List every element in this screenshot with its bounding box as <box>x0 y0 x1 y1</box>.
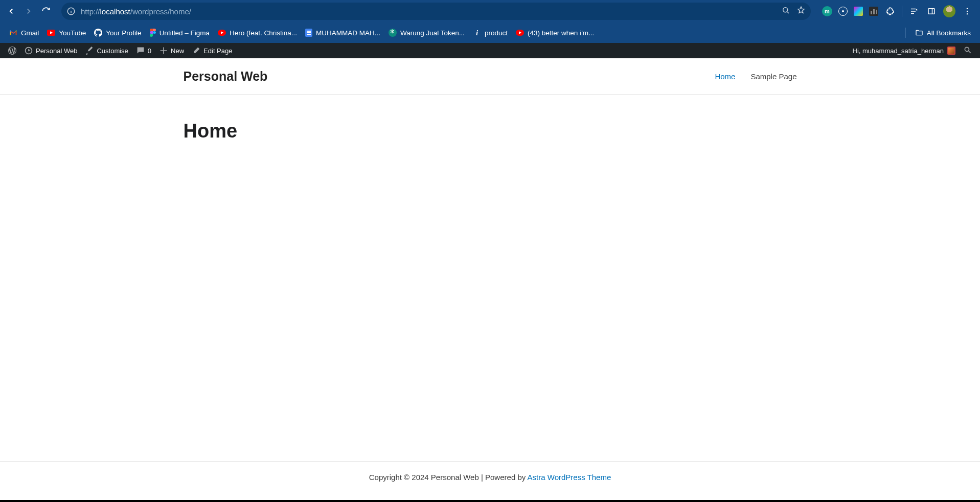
extension-m-icon[interactable]: m <box>822 6 832 16</box>
bookmark-docs[interactable]: MUHAMMAD MAH... <box>301 26 384 39</box>
bookmark-label: Untitled – Figma <box>159 29 210 37</box>
site-title[interactable]: Personal Web <box>184 69 268 84</box>
bookmark-star-icon[interactable] <box>796 6 806 17</box>
extension-stats-icon[interactable] <box>869 7 878 16</box>
youtube-icon <box>516 29 524 37</box>
bookmark-label: product <box>485 29 508 37</box>
reload-button[interactable] <box>39 4 53 18</box>
wp-customise-label: Customise <box>97 47 128 55</box>
page-heading: Home <box>184 120 797 142</box>
youtube-icon <box>218 29 226 37</box>
site-main: Home <box>0 95 980 461</box>
bookmark-youtube[interactable]: YouTube <box>43 26 90 39</box>
wp-user-menu[interactable]: Hi, muhammad_satria_herman <box>849 43 960 58</box>
forward-button[interactable] <box>21 4 36 18</box>
footer-theme-link[interactable]: Astra WordPress Theme <box>528 473 611 482</box>
chrome-actions: m <box>819 5 976 17</box>
url-scheme: http:// <box>81 7 100 16</box>
info-icon: i <box>473 29 481 37</box>
wp-logo-button[interactable] <box>4 43 20 58</box>
bookmarks-divider <box>905 28 906 38</box>
url-text: http://localhost/wordpress/home/ <box>81 7 776 16</box>
back-button[interactable] <box>4 4 18 18</box>
wp-admin-bar: Personal Web Customise 0 New Edit Page H… <box>0 43 980 58</box>
bookmark-label: YouTube <box>59 29 86 37</box>
browser-chrome: http://localhost/wordpress/home/ m <box>0 0 980 43</box>
bookmarks-bar: Gmail YouTube Your Profile Untitled – Fi… <box>0 22 980 43</box>
bookmark-warung[interactable]: Warung Jual Token... <box>384 26 469 39</box>
browser-toolbar: http://localhost/wordpress/home/ m <box>0 0 980 22</box>
bookmark-figma[interactable]: Untitled – Figma <box>146 26 214 39</box>
svg-point-4 <box>967 11 968 12</box>
footer-text: Copyright © 2024 Personal Web | Powered … <box>369 473 528 482</box>
wp-edit-page-label: Edit Page <box>203 47 232 55</box>
extension-circle-icon[interactable] <box>838 7 848 16</box>
folder-icon <box>915 29 923 37</box>
kebab-menu-icon[interactable] <box>962 6 973 17</box>
url-host: localhost <box>100 7 130 16</box>
nav-sample-page[interactable]: Sample Page <box>750 72 796 81</box>
bookmark-gmail[interactable]: Gmail <box>5 26 43 39</box>
github-icon <box>94 29 102 37</box>
wp-search-button[interactable] <box>960 46 976 56</box>
bookmark-label: Hero (feat. Christina... <box>230 29 297 37</box>
bookmark-label: MUHAMMAD MAH... <box>316 29 380 37</box>
bottom-border <box>0 500 980 502</box>
bookmark-better[interactable]: (43) better when i'm... <box>512 26 598 39</box>
wp-customise-button[interactable]: Customise <box>81 43 132 58</box>
site-nav: Home Sample Page <box>715 72 796 81</box>
site-wrapper: Personal Web Home Sample Page Home Copyr… <box>0 58 980 502</box>
site-footer: Copyright © 2024 Personal Web | Powered … <box>0 461 980 502</box>
all-bookmarks-label: All Bookmarks <box>927 29 971 37</box>
svg-rect-2 <box>928 9 935 14</box>
bookmark-product[interactable]: i product <box>469 26 512 39</box>
chatgpt-icon <box>389 29 397 37</box>
site-header: Personal Web Home Sample Page <box>0 58 980 95</box>
bookmark-github[interactable]: Your Profile <box>90 26 145 39</box>
svg-point-5 <box>967 13 968 15</box>
wp-new-label: New <box>171 47 184 55</box>
wp-comments-button[interactable]: 0 <box>132 43 155 58</box>
figma-icon <box>150 29 156 37</box>
nav-home[interactable]: Home <box>715 72 735 81</box>
bookmark-label: Warung Jual Token... <box>400 29 465 37</box>
wp-comments-count: 0 <box>148 47 151 55</box>
wp-site-name[interactable]: Personal Web <box>20 43 81 58</box>
youtube-icon <box>47 29 55 37</box>
reading-list-icon[interactable] <box>908 6 920 17</box>
wp-new-button[interactable]: New <box>155 43 188 58</box>
all-bookmarks-button[interactable]: All Bookmarks <box>911 26 975 39</box>
svg-point-3 <box>967 8 968 9</box>
extensions-icon[interactable] <box>884 6 896 17</box>
profile-avatar-icon[interactable] <box>943 5 955 17</box>
wp-edit-page-button[interactable]: Edit Page <box>188 43 236 58</box>
bookmark-label: Your Profile <box>106 29 141 37</box>
url-path: /wordpress/home/ <box>130 7 191 16</box>
site-info-icon[interactable] <box>66 7 76 16</box>
url-bar[interactable]: http://localhost/wordpress/home/ <box>61 3 811 20</box>
docs-icon <box>305 29 312 37</box>
search-in-page-icon[interactable] <box>781 6 790 17</box>
wp-greeting-label: Hi, muhammad_satria_herman <box>853 47 944 55</box>
svg-point-1 <box>783 8 788 12</box>
bookmark-hero[interactable]: Hero (feat. Christina... <box>214 26 301 39</box>
bookmark-label: Gmail <box>21 29 39 37</box>
side-panel-icon[interactable] <box>926 6 937 17</box>
bookmark-label: (43) better when i'm... <box>528 29 594 37</box>
wp-site-name-label: Personal Web <box>36 47 77 55</box>
extension-colorful-icon[interactable] <box>854 7 863 16</box>
gmail-icon <box>9 29 17 37</box>
user-avatar-icon <box>947 47 955 55</box>
chrome-divider <box>902 6 902 17</box>
